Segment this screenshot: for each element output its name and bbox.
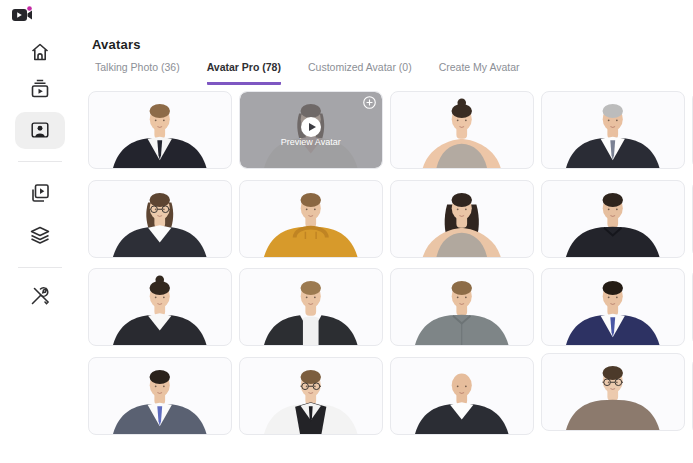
avatar-card[interactable] (239, 180, 383, 258)
avatar-card[interactable] (88, 180, 232, 258)
avatar-card[interactable] (541, 91, 685, 169)
tools-icon (28, 284, 52, 308)
tab-avatar-pro[interactable]: Avatar Pro (78) (207, 61, 281, 85)
preview-overlay: Preview Avatar (240, 92, 382, 168)
sidebar-divider (18, 161, 62, 162)
avatar-image (89, 181, 231, 257)
avatar-card[interactable] (390, 357, 534, 435)
tab-talking-photo[interactable]: Talking Photo (36) (95, 61, 180, 85)
avatar-image (89, 269, 231, 345)
page-title: Avatars (92, 37, 141, 52)
preview-avatar-label: Preview Avatar (240, 137, 382, 147)
avatar-image (89, 92, 231, 168)
sidebar-item-home[interactable] (28, 40, 52, 64)
avatar-card[interactable] (390, 180, 534, 258)
play-icon[interactable] (301, 117, 321, 137)
app-logo-icon (11, 5, 33, 25)
avatar-card[interactable] (390, 91, 534, 169)
layers-icon (28, 223, 52, 247)
sidebar-item-tools[interactable] (28, 284, 52, 308)
avatar-card[interactable] (88, 268, 232, 346)
avatar-image (391, 358, 533, 434)
avatar-card[interactable] (239, 268, 383, 346)
avatar-image (240, 181, 382, 257)
avatar-card[interactable] (88, 357, 232, 435)
avatar-image (542, 92, 684, 168)
sidebar-divider (18, 267, 62, 268)
sidebar (0, 0, 80, 463)
avatar-image (391, 181, 533, 257)
home-icon (28, 40, 52, 64)
avatar-card[interactable] (239, 357, 383, 435)
tab-customized-avatar[interactable]: Customized Avatar (0) (308, 61, 412, 85)
avatar-grid: Preview Avatar (88, 91, 693, 463)
sidebar-item-my-videos[interactable] (28, 181, 52, 205)
avatar-image (542, 354, 684, 430)
avatar-card[interactable] (541, 353, 685, 431)
avatar-image (391, 92, 533, 168)
avatar-image (240, 358, 382, 434)
avatar-image (240, 269, 382, 345)
plus-circle-icon[interactable] (363, 96, 376, 109)
avatar-card[interactable] (541, 268, 685, 346)
avatar-card-hovered[interactable]: Preview Avatar (239, 91, 383, 169)
avatar-image (89, 358, 231, 434)
avatar-card[interactable] (88, 91, 232, 169)
avatar-card[interactable] (541, 180, 685, 258)
avatar-portrait-icon (29, 119, 51, 141)
video-template-icon (28, 77, 52, 101)
sidebar-item-avatars[interactable] (15, 112, 65, 149)
avatar-image (542, 269, 684, 345)
avatar-image (542, 181, 684, 257)
avatar-image (391, 269, 533, 345)
sidebar-item-templates[interactable] (28, 77, 52, 101)
sidebar-item-assets[interactable] (28, 223, 52, 247)
tab-create-my-avatar[interactable]: Create My Avatar (439, 61, 520, 85)
tab-bar: Talking Photo (36) Avatar Pro (78) Custo… (95, 61, 547, 85)
my-videos-icon (28, 181, 52, 205)
avatar-card[interactable] (390, 268, 534, 346)
